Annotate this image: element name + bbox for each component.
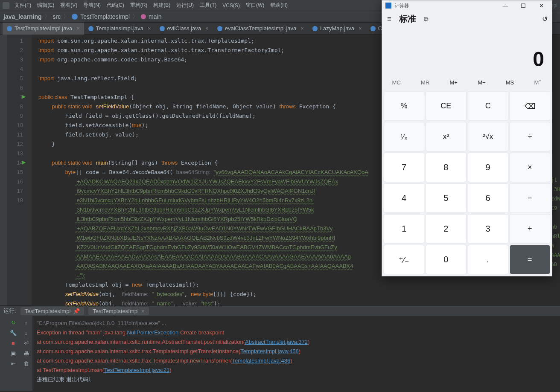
calc-key-0[interactable]: 0 xyxy=(426,245,466,274)
calc-key-8[interactable]: 8 xyxy=(426,153,466,182)
line-gutter: ▶ ▶ 123456789101112131415161718 xyxy=(7,35,32,305)
menu-nav[interactable]: 导航(N) xyxy=(83,2,101,9)
calc-key-−[interactable]: − xyxy=(510,183,550,213)
calc-key-4[interactable]: 4 xyxy=(384,183,424,213)
wrap-icon[interactable]: ⏎ xyxy=(22,339,30,347)
maximize-button[interactable]: ☐ xyxy=(516,3,531,9)
calc-key-²√x[interactable]: ²√x xyxy=(468,122,508,151)
menu-view[interactable]: 视图(V) xyxy=(60,2,77,9)
app-logo-icon xyxy=(3,2,9,9)
run-toolbar: 运行: TestTemplatesImpl📌 TestTemplatesImpl… xyxy=(0,305,560,316)
menu-window[interactable]: 窗口(W) xyxy=(246,2,264,9)
calc-display: 0 xyxy=(382,27,552,75)
crumb-method[interactable]: main xyxy=(149,13,161,20)
calc-key-%[interactable]: % xyxy=(384,91,424,121)
tab-lazymap[interactable]: LazyMap.java× xyxy=(308,23,366,35)
stop-icon[interactable]: ■ xyxy=(9,339,17,347)
console-buttons-right: ↑ ↓ ⏎ 🖶 🗑 xyxy=(20,316,32,391)
keep-on-top-icon[interactable]: ⧉ xyxy=(424,15,429,23)
calc-key-⌫[interactable]: ⌫ xyxy=(510,91,550,121)
calc-key-1[interactable]: 1 xyxy=(384,214,424,244)
crumb-src[interactable]: src xyxy=(53,13,61,20)
calc-key-2[interactable]: 2 xyxy=(426,214,466,244)
calc-key-=[interactable]: = xyxy=(510,245,550,274)
trash-icon[interactable]: 🗑 xyxy=(22,360,30,367)
calc-key-C[interactable]: C xyxy=(468,91,508,121)
close-icon[interactable]: × xyxy=(359,25,362,32)
calculator-icon xyxy=(385,3,391,9)
menu-run[interactable]: 运行(U) xyxy=(176,2,194,9)
exit-icon[interactable]: ⇤ xyxy=(9,360,17,367)
menu-build[interactable]: 构建(B) xyxy=(153,2,170,9)
tab-evliclass[interactable]: evliClass.java× xyxy=(155,23,213,35)
run-gutter-icon[interactable]: ▶ xyxy=(22,157,26,167)
class-icon xyxy=(72,14,78,20)
rerun-icon[interactable]: ↻ xyxy=(9,319,17,326)
mem-ms[interactable]: MS xyxy=(506,79,514,86)
close-icon[interactable]: × xyxy=(300,25,304,32)
calc-key-.[interactable]: . xyxy=(468,245,508,274)
mem-mr[interactable]: MR xyxy=(421,79,429,86)
mem-mc[interactable]: MC xyxy=(392,79,401,86)
left-rail xyxy=(0,316,7,391)
run-console: ↻ 🔧 ■ ▣ ⇤ ↑ ↓ ⏎ 🖶 🗑 "C:\Program Files\Ja… xyxy=(0,316,560,391)
calc-key-÷[interactable]: ÷ xyxy=(510,122,550,151)
minimize-button[interactable]: — xyxy=(498,3,513,9)
calc-key-¹⁄ₓ[interactable]: ¹⁄ₓ xyxy=(384,122,424,151)
calculator-window[interactable]: 计算器 — ☐ ✕ ≡ 标准 ⧉ ↺ 0 MC MR M+ M− MS M˅ %… xyxy=(382,0,552,276)
up-icon[interactable]: ↑ xyxy=(22,319,30,326)
hamburger-icon[interactable]: ≡ xyxy=(387,15,391,23)
crumb-class[interactable]: TestTemplatesImpl xyxy=(80,13,130,20)
run-config-2[interactable]: TestTemplatesImpl× xyxy=(88,307,149,315)
calc-key-+[interactable]: + xyxy=(510,214,550,244)
down-icon[interactable]: ↓ xyxy=(22,329,30,337)
layout-icon[interactable]: ▣ xyxy=(9,349,17,357)
menu-refac[interactable]: 重构(R) xyxy=(130,2,148,9)
java-class-icon xyxy=(217,26,222,31)
memory-row: MC MR M+ M− MS M˅ xyxy=(382,75,552,90)
calc-key-5[interactable]: 5 xyxy=(426,183,466,213)
calc-key-6[interactable]: 6 xyxy=(468,183,508,213)
calc-key-×[interactable]: × xyxy=(510,153,550,182)
mem-mminus[interactable]: M− xyxy=(478,79,485,86)
calc-keypad: %CEC⌫¹⁄ₓx²²√x÷789×456−123+⁺⁄₋0.= xyxy=(382,90,552,276)
crumb-project[interactable]: java_learning xyxy=(3,13,42,20)
menu-file[interactable]: 文件(F) xyxy=(15,2,31,9)
tab-evalclasstemplatesimpl[interactable]: evalClassTemplatesImpl.java× xyxy=(213,23,308,35)
close-icon[interactable]: × xyxy=(76,25,80,32)
calc-mode: 标准 xyxy=(399,13,416,25)
menu-tools[interactable]: 工具(T) xyxy=(200,2,216,9)
calc-header: ≡ 标准 ⧉ ↺ xyxy=(382,11,552,27)
calc-key-7[interactable]: 7 xyxy=(384,153,424,182)
close-icon[interactable]: × xyxy=(148,25,151,32)
run-gutter-icon[interactable]: ▶ xyxy=(22,92,26,101)
method-icon xyxy=(141,14,146,19)
mem-mplus[interactable]: M+ xyxy=(449,79,457,86)
calc-key-⁺⁄₋[interactable]: ⁺⁄₋ xyxy=(384,245,424,274)
menu-edit[interactable]: 编辑(E) xyxy=(37,2,54,9)
close-button[interactable]: ✕ xyxy=(534,3,548,9)
calc-key-9[interactable]: 9 xyxy=(468,153,508,182)
calc-key-3[interactable]: 3 xyxy=(468,214,508,244)
print-icon[interactable]: 🖶 xyxy=(22,349,30,357)
java-class-icon xyxy=(7,26,12,31)
close-icon[interactable]: × xyxy=(205,25,209,32)
close-icon[interactable]: × xyxy=(141,308,145,314)
menu-code[interactable]: 代码(C) xyxy=(107,2,124,9)
tab-templatesimpl[interactable]: TemplatesImpl.java× xyxy=(84,23,155,35)
pin-icon[interactable]: 📌 xyxy=(73,308,80,314)
java-class-icon xyxy=(312,26,318,31)
calc-key-x²[interactable]: x² xyxy=(426,122,466,151)
calc-titlebar[interactable]: 计算器 — ☐ ✕ xyxy=(382,0,552,11)
run-label: 运行: xyxy=(3,307,16,315)
history-icon[interactable]: ↺ xyxy=(542,15,548,23)
mem-mlist[interactable]: M˅ xyxy=(534,79,542,86)
console-output[interactable]: "C:\Program Files\Java\jdk1.8.0_111\bin\… xyxy=(32,316,560,391)
tab-testtemplatesimpl[interactable]: TestTemplatesImpl.java× xyxy=(3,23,84,35)
menu-vcs[interactable]: VCS(S) xyxy=(222,3,240,9)
calc-key-CE[interactable]: CE xyxy=(426,91,466,121)
settings-icon[interactable]: 🔧 xyxy=(9,329,17,337)
menu-help[interactable]: 帮助(H) xyxy=(270,2,288,9)
run-config-1[interactable]: TestTemplatesImpl📌 xyxy=(20,307,85,315)
java-class-icon xyxy=(88,26,93,31)
